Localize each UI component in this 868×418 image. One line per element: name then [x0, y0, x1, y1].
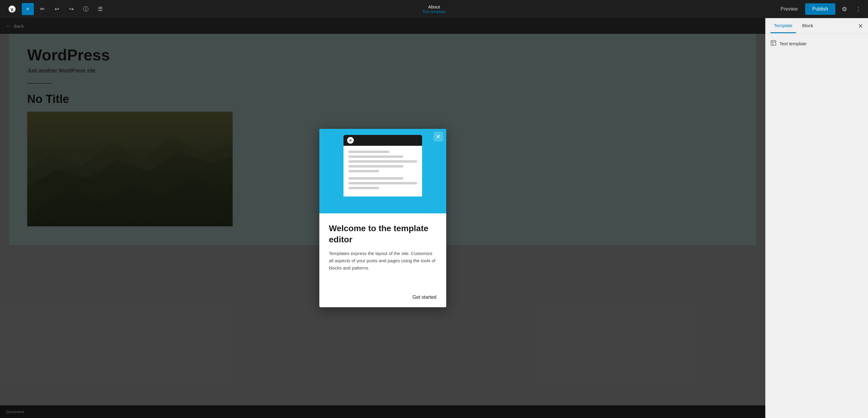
- gear-icon: ⚙: [842, 5, 847, 13]
- modal-footer: Get started: [319, 290, 446, 307]
- right-sidebar: Template Block ✕ Test template: [765, 18, 868, 418]
- template-item: Test template: [770, 40, 863, 47]
- tab-block[interactable]: Block: [799, 19, 817, 33]
- wp-logo-small: W: [347, 137, 354, 144]
- skeleton-line: [348, 155, 403, 158]
- publish-button[interactable]: Publish: [805, 3, 835, 15]
- welcome-modal: W: [319, 129, 446, 307]
- toolbar-center: About Test template: [422, 4, 446, 14]
- browser-body: [343, 146, 422, 197]
- edit-button[interactable]: ✏: [36, 3, 48, 15]
- skeleton-line: [348, 165, 403, 168]
- redo-icon: ↪: [69, 6, 74, 12]
- modal-close-button[interactable]: ✕: [434, 132, 443, 142]
- get-started-button[interactable]: Get started: [412, 294, 436, 300]
- list-button[interactable]: ☰: [94, 3, 106, 15]
- page-title: About: [422, 4, 446, 9]
- add-button[interactable]: +: [22, 3, 34, 15]
- svg-text:W: W: [349, 139, 352, 142]
- modal-description: Templates express the layout of the site…: [329, 250, 437, 272]
- close-icon: ✕: [858, 23, 863, 29]
- skeleton-line: [348, 182, 417, 184]
- browser-preview: W: [343, 135, 422, 197]
- info-icon: ⓘ: [83, 5, 89, 13]
- modal-title: Welcome to the template editor: [329, 223, 437, 245]
- list-icon: ☰: [98, 6, 103, 12]
- modal-header: W: [319, 129, 446, 213]
- sidebar-close-button[interactable]: ✕: [858, 22, 863, 30]
- skeleton-line: [348, 160, 417, 163]
- close-icon: ✕: [436, 133, 440, 140]
- wp-logo: [5, 2, 19, 16]
- more-icon: ⋮: [855, 5, 861, 13]
- undo-icon: ↩: [55, 6, 59, 12]
- sidebar-tabs: Template Block ✕: [766, 18, 868, 34]
- template-name[interactable]: Test template: [422, 9, 446, 14]
- main-layout: ← Back WordPress Just another WordPress …: [0, 18, 868, 418]
- top-toolbar: + ✏ ↩ ↪ ⓘ ☰ About Test template Preview …: [0, 0, 868, 18]
- undo-button[interactable]: ↩: [51, 3, 63, 15]
- sidebar-content: Test template: [766, 34, 868, 54]
- skeleton-line: [348, 187, 379, 189]
- skeleton-line: [348, 177, 403, 180]
- svg-rect-8: [771, 40, 776, 45]
- redo-button[interactable]: ↪: [65, 3, 78, 15]
- skeleton-line: [348, 170, 379, 172]
- browser-chrome: W: [343, 135, 422, 146]
- template-item-name: Test template: [779, 41, 806, 46]
- info-button[interactable]: ⓘ: [80, 3, 92, 15]
- tab-template[interactable]: Template: [770, 19, 796, 33]
- toolbar-right: Preview Publish ⚙ ⋮: [776, 2, 863, 16]
- preview-button[interactable]: Preview: [776, 4, 803, 14]
- add-icon: +: [26, 6, 30, 12]
- more-button[interactable]: ⋮: [854, 2, 863, 16]
- modal-body: Welcome to the template editor Templates…: [319, 213, 446, 290]
- settings-button[interactable]: ⚙: [838, 2, 851, 16]
- canvas-area: ← Back WordPress Just another WordPress …: [0, 18, 765, 418]
- skeleton-line: [348, 150, 390, 153]
- modal-overlay: W: [0, 18, 765, 418]
- template-icon: [770, 40, 776, 47]
- pencil-icon: ✏: [40, 6, 45, 12]
